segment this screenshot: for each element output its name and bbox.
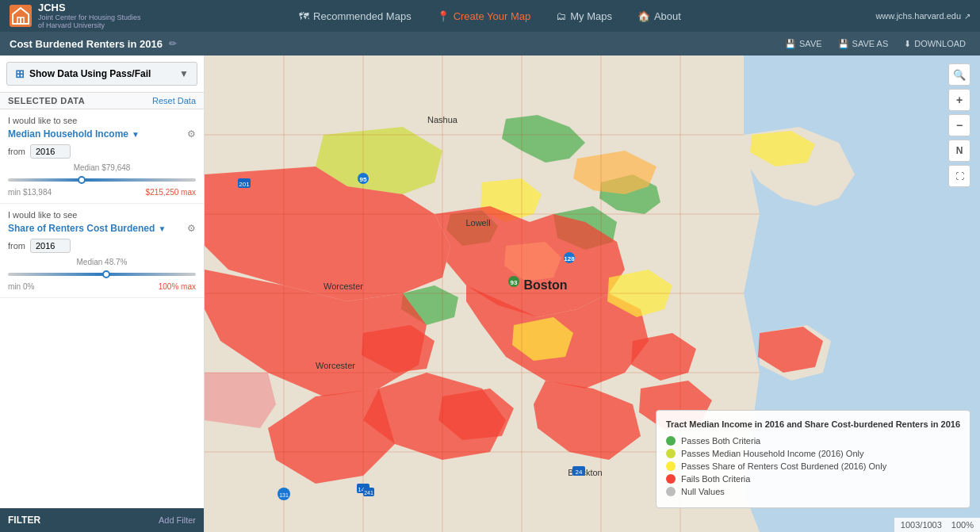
criteria-2-median: Median 48.7% [8, 258, 196, 266]
svg-text:24: 24 [576, 469, 583, 476]
save-button[interactable]: 💾 SAVE [780, 36, 827, 52]
criteria-2-prompt: I would like to see [8, 210, 196, 220]
about-icon: 🏠 [637, 10, 650, 22]
grid-icon: ⊞ [15, 67, 25, 80]
title-actions: 💾 SAVE 💾 SAVE AS ⬇ DOWNLOAD [780, 36, 970, 52]
map-area[interactable]: Boston Nashua Lowell Worcester Brockton … [205, 55, 980, 532]
criteria-1-prompt: I would like to see [8, 116, 196, 125]
jchs-logo-icon [10, 5, 32, 27]
title-bar: Cost Burdened Renters in 2016 ✏ 💾 SAVE 💾… [0, 32, 980, 55]
fullscreen-button[interactable]: ⛶ [948, 165, 970, 187]
criteria-1-median: Median $79,648 [8, 163, 196, 172]
status-percent: 100% [951, 520, 974, 530]
nav-links: 🗺 Recommended Maps 📍 Create Your Map 🗂 M… [299, 10, 681, 22]
svg-text:Worcester: Worcester [323, 281, 363, 291]
criteria-1-from-row: from 2016 [8, 144, 196, 159]
svg-text:Boston: Boston [523, 278, 567, 292]
legend-label-passes-income: Passes Median Household Income (2016) On… [681, 449, 864, 458]
settings-icon-1[interactable]: ⚙ [187, 128, 196, 140]
criteria-2-range-labels: min 0% 100% max [8, 282, 196, 291]
svg-text:Lowell: Lowell [465, 218, 490, 228]
top-navigation: JCHS Joint Center for Housing Studies of… [0, 0, 980, 32]
external-link-icon: ↗ [964, 12, 970, 21]
logo-text: JCHS Joint Center for Housing Studies of… [38, 2, 141, 29]
zoom-in-button[interactable]: + [948, 89, 970, 111]
legend-item-passes-renters: Passes Share of Renters Cost Burdened (2… [666, 461, 960, 471]
status-bar: 1003/1003 100% [894, 518, 980, 532]
legend-dot-passes-renters [666, 461, 676, 471]
criteria-1-field-name: Median Household Income ▼ [8, 128, 140, 140]
legend-dot-null [666, 487, 676, 496]
criteria-2-year-select[interactable]: 2016 [30, 239, 71, 253]
selected-data-label: SELECTED DATA [8, 96, 85, 105]
nav-create-your-map[interactable]: 📍 Create Your Map [437, 10, 531, 22]
filter-bar: FILTER Add Filter [0, 508, 204, 532]
legend-dot-passes-both [666, 436, 676, 446]
criteria-1-slider[interactable] [8, 178, 196, 182]
info-icon-2[interactable]: ▼ [158, 224, 166, 233]
legend-label-passes-both: Passes Both Criteria [681, 436, 760, 446]
criteria-1-year-select[interactable]: 2016 [30, 144, 71, 159]
nav-my-maps[interactable]: 🗂 My Maps [556, 10, 612, 22]
save-as-icon: 💾 [838, 39, 849, 49]
legend-item-null: Null Values [666, 487, 960, 496]
criteria-2-section: I would like to see Share of Renters Cos… [0, 204, 204, 298]
criteria-2-field-name: Share of Renters Cost Burdened ▼ [8, 223, 166, 234]
map-legend: Tract Median Income in 2016 and Share Co… [656, 410, 970, 508]
logo-area: JCHS Joint Center for Housing Studies of… [10, 2, 141, 29]
download-icon: ⬇ [904, 39, 911, 49]
legend-item-passes-both: Passes Both Criteria [666, 436, 960, 446]
info-icon-1[interactable]: ▼ [132, 130, 140, 139]
legend-label-null: Null Values [681, 487, 725, 496]
edit-title-icon[interactable]: ✏ [169, 38, 177, 49]
svg-text:Worcester: Worcester [316, 361, 355, 370]
map-title: Cost Burdened Renters in 2016 [10, 38, 163, 50]
status-count: 1003/1003 [901, 520, 942, 530]
map-controls: 🔍 + − N ⛶ [948, 63, 970, 187]
website-link[interactable]: www.jchs.harvard.edu ↗ [875, 11, 970, 21]
reset-north-button[interactable]: N [948, 140, 970, 162]
legend-label-passes-renters: Passes Share of Renters Cost Burdened (2… [681, 461, 886, 471]
main-content: ⊞ Show Data Using Pass/Fail ▼ SELECTED D… [0, 55, 980, 532]
legend-item-fails-both: Fails Both Criteria [666, 474, 960, 484]
zoom-out-button[interactable]: − [948, 114, 970, 136]
nav-recommended-maps[interactable]: 🗺 Recommended Maps [299, 10, 412, 22]
legend-label-fails-both: Fails Both Criteria [681, 474, 750, 484]
reset-data-button[interactable]: Reset Data [152, 96, 196, 105]
svg-text:241: 241 [364, 490, 373, 496]
legend-item-passes-income: Passes Median Household Income (2016) On… [666, 449, 960, 458]
selected-data-header: SELECTED DATA Reset Data [0, 92, 204, 109]
svg-text:Nashua: Nashua [427, 115, 458, 124]
download-button[interactable]: ⬇ DOWNLOAD [899, 36, 970, 52]
legend-title: Tract Median Income in 2016 and Share Co… [666, 419, 960, 430]
svg-text:128: 128 [564, 255, 575, 262]
save-as-button[interactable]: 💾 SAVE AS [833, 36, 894, 52]
svg-text:131: 131 [279, 492, 289, 498]
chevron-down-icon: ▼ [179, 68, 189, 79]
criteria-2-from-row: from 2016 [8, 239, 196, 253]
legend-dot-passes-income [666, 449, 676, 458]
legend-dot-fails-both [666, 474, 676, 484]
nav-about[interactable]: 🏠 About [637, 10, 681, 22]
criteria-2-slider[interactable] [8, 273, 196, 276]
svg-text:95: 95 [360, 176, 367, 183]
save-icon: 💾 [785, 39, 796, 49]
left-panel: ⊞ Show Data Using Pass/Fail ▼ SELECTED D… [0, 55, 205, 532]
svg-text:93: 93 [511, 279, 518, 286]
add-filter-button[interactable]: Add Filter [159, 515, 196, 525]
svg-text:201: 201 [239, 181, 250, 188]
show-data-button[interactable]: ⊞ Show Data Using Pass/Fail ▼ [6, 62, 197, 86]
criteria-1-section: I would like to see Median Household Inc… [0, 109, 204, 204]
criteria-1-range-labels: min $13,984 $215,250 max [8, 188, 196, 197]
recommended-maps-icon: 🗺 [299, 10, 309, 22]
map-search-button[interactable]: 🔍 [948, 63, 970, 86]
my-maps-icon: 🗂 [556, 10, 566, 22]
settings-icon-2[interactable]: ⚙ [187, 223, 196, 234]
create-map-icon: 📍 [437, 10, 450, 22]
